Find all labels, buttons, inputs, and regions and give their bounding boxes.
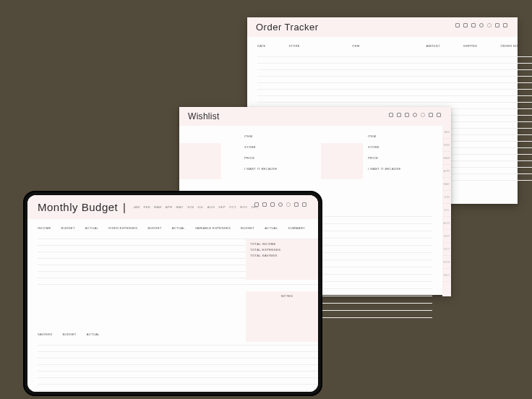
budget-months: JAN FEB MAR APR MAY JUN JUL AUG SEP OCT … (133, 205, 258, 209)
month-mar[interactable]: MAR (154, 205, 162, 209)
budget-notes-block[interactable]: NOTES (246, 291, 318, 342)
tab-aug[interactable]: AUG (442, 217, 451, 230)
more-icon[interactable] (302, 202, 306, 207)
wishlist-title: Wishlist (188, 111, 220, 121)
tab-jan[interactable]: JAN (442, 126, 451, 139)
month-jan[interactable]: JAN (133, 205, 140, 209)
more-icon[interactable] (437, 113, 441, 117)
col-budget4: BUDGET (62, 332, 76, 336)
month-apr[interactable]: APR (166, 205, 173, 209)
table-row[interactable] (38, 359, 318, 365)
table-row[interactable] (38, 372, 318, 378)
summary-total-savings: TOTAL SAVINGS (250, 254, 318, 257)
table-row[interactable] (257, 51, 532, 57)
budget-header: Monthly Budget | JAN FEB MAR APR MAY JUN… (27, 195, 318, 219)
col-actual2: ACTUAL (172, 226, 185, 230)
table-row[interactable] (38, 391, 318, 392)
col-fixed: FIXED EXPENSES (108, 226, 137, 230)
month-feb[interactable]: FEB (144, 205, 150, 209)
col-income: INCOME (38, 226, 51, 230)
wish-reason-label2: I WANT IT BECAUSE (368, 166, 432, 172)
budget-page: Monthly Budget | JAN FEB MAR APR MAY JUN… (27, 195, 318, 392)
table-row[interactable] (257, 70, 532, 77)
forward-icon[interactable] (463, 23, 468, 27)
tab-jul[interactable]: JUL (442, 204, 451, 217)
col-savings: SAVINGS (38, 332, 52, 336)
toolbar-budget (254, 202, 306, 207)
grid-icon[interactable] (405, 113, 409, 117)
col-store: STORE (289, 44, 300, 48)
circle-icon[interactable] (479, 23, 484, 27)
grid-icon[interactable] (270, 202, 275, 207)
wish-item-label2: ITEM (368, 133, 432, 140)
toolbar-order-tracker (455, 23, 507, 27)
summary-total-expenses: TOTAL EXPENSES (250, 248, 318, 252)
col-item: ITEM (352, 44, 360, 48)
budget-rows-2 (27, 339, 318, 392)
share-icon[interactable] (294, 202, 299, 207)
tab-jun[interactable]: JUN (442, 191, 451, 204)
col-amount: AMOUNT (426, 44, 440, 48)
month-may[interactable]: MAY (176, 205, 184, 209)
toolbar-wishlist (389, 113, 441, 117)
table-row[interactable] (257, 83, 532, 90)
wish-price-label2: PRICE (368, 155, 432, 161)
tab-may[interactable]: MAY (442, 178, 451, 191)
month-oct[interactable]: OCT (229, 205, 236, 209)
tab-dec[interactable]: DEC (442, 269, 451, 282)
col-actual1: ACTUAL (85, 226, 98, 230)
share-icon[interactable] (495, 23, 499, 27)
gear-icon[interactable] (487, 23, 492, 27)
table-row[interactable] (38, 233, 318, 239)
table-row[interactable] (38, 346, 318, 352)
table-row[interactable] (38, 378, 318, 385)
col-budget1: BUDGET (61, 226, 75, 230)
tablet-screen: Monthly Budget | JAN FEB MAR APR MAY JUN… (27, 195, 318, 392)
tab-oct[interactable]: OCT (442, 243, 451, 256)
grid-icon[interactable] (471, 23, 476, 27)
circle-icon[interactable] (278, 202, 283, 207)
summary-total-income: TOTAL INCOME (250, 242, 318, 246)
forward-icon[interactable] (262, 202, 267, 207)
back-icon[interactable] (389, 113, 393, 117)
table-row[interactable] (38, 365, 318, 372)
tab-nov[interactable]: NOV (442, 256, 451, 269)
month-nov[interactable]: NOV (240, 205, 247, 209)
wish-item-label: ITEM (244, 133, 309, 140)
month-jul[interactable]: JUL (197, 205, 204, 209)
wish-price-label: PRICE (244, 155, 309, 161)
side-tabs-wishlist: JAN FEB MAR APR MAY JUN JUL AUG SEP OCT … (442, 126, 451, 296)
tab-sep[interactable]: SEP (442, 230, 451, 243)
more-icon[interactable] (503, 23, 507, 27)
col-budget2: BUDGET (147, 226, 161, 230)
wishlist-image-left[interactable] (179, 143, 221, 179)
col-actual4: ACTUAL (87, 332, 100, 336)
table-row[interactable] (257, 64, 532, 70)
share-icon[interactable] (429, 113, 433, 117)
tab-feb[interactable]: FEB (442, 139, 451, 152)
col-orderno: ORDER NO (500, 44, 518, 48)
table-row[interactable] (38, 352, 318, 359)
gear-icon[interactable] (421, 113, 425, 117)
table-row[interactable] (257, 77, 532, 83)
table-row[interactable] (257, 90, 532, 96)
forward-icon[interactable] (397, 113, 401, 117)
budget-body: INCOME BUDGET ACTUAL FIXED EXPENSES BUDG… (27, 219, 318, 392)
table-row[interactable] (38, 385, 318, 391)
wishlist-image-right[interactable] (321, 143, 363, 179)
gear-icon[interactable] (286, 202, 291, 207)
table-row[interactable] (257, 57, 532, 64)
table-row[interactable] (257, 96, 532, 103)
back-icon[interactable] (254, 202, 259, 207)
month-aug[interactable]: AUG (207, 205, 215, 209)
tab-mar[interactable]: MAR (442, 152, 451, 165)
budget-summary-block: TOTAL INCOME TOTAL EXPENSES TOTAL SAVING… (246, 239, 318, 280)
circle-icon[interactable] (413, 113, 417, 117)
col-summary: SUMMARY (288, 226, 305, 230)
wish-store-label: STORE (244, 144, 309, 150)
tab-apr[interactable]: APR (442, 165, 451, 178)
order-tracker-title: Order Tracker (256, 22, 319, 33)
month-jun[interactable]: JUN (187, 205, 194, 209)
month-sep[interactable]: SEP (218, 205, 226, 209)
back-icon[interactable] (455, 23, 460, 27)
